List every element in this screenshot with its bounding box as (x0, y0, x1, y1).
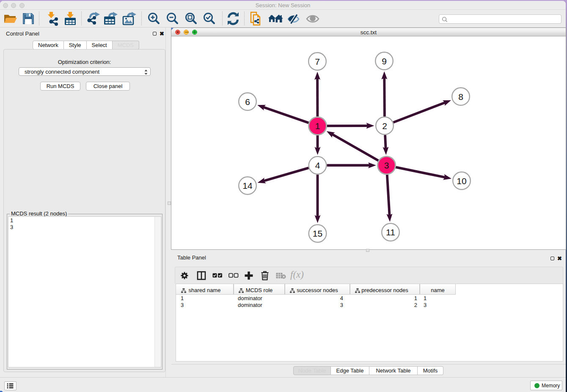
svg-text:11: 11 (386, 227, 395, 237)
svg-text:9: 9 (382, 56, 387, 66)
svg-text:6: 6 (245, 97, 250, 107)
svg-text:8: 8 (458, 92, 463, 102)
svg-text:15: 15 (313, 229, 322, 238)
svg-text:3: 3 (384, 160, 389, 170)
svg-text:1: 1 (315, 121, 320, 131)
svg-text:14: 14 (242, 181, 253, 190)
svg-text:7: 7 (315, 57, 320, 66)
svg-text:10: 10 (457, 176, 466, 186)
svg-text:2: 2 (382, 121, 387, 131)
svg-text:4: 4 (315, 160, 320, 170)
